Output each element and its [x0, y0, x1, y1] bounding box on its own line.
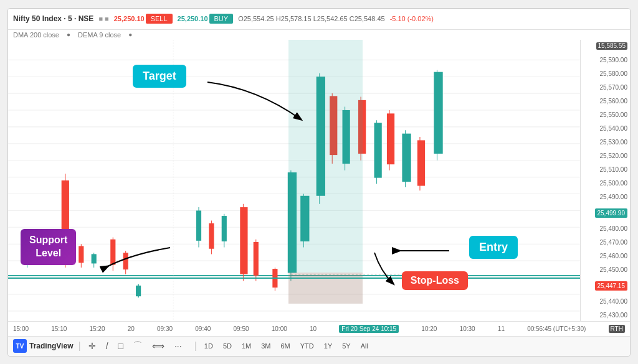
tf-1d[interactable]: 1D: [202, 341, 216, 351]
tf-1y[interactable]: 1Y: [321, 341, 335, 351]
rect-tool[interactable]: □: [116, 340, 126, 352]
price-560: 25,560.00: [583, 98, 627, 105]
time-11: 11: [498, 325, 505, 332]
chart-header: Nifty 50 Index · 5 · NSE ■ ■ 25,250.10 S…: [8, 9, 630, 30]
svg-rect-63: [402, 133, 411, 181]
support-annotation: SupportLevel: [21, 229, 76, 265]
tf-5y[interactable]: 5Y: [340, 341, 353, 351]
svg-rect-35: [196, 210, 201, 240]
sell-price: 25,250.10: [114, 15, 145, 22]
time-0930: 09:30: [157, 325, 173, 332]
stoploss-annotation: Stop-Loss: [402, 271, 468, 290]
price-450: 25,450.00: [583, 267, 627, 273]
price-520: 25,520.00: [583, 153, 627, 159]
price-480: 25,480.00: [583, 226, 627, 232]
price-510: 25,510.00: [583, 167, 627, 173]
time-1520: 15:20: [89, 325, 105, 332]
price-490: 25,490.00: [583, 194, 627, 200]
target-annotation: Target: [133, 65, 186, 88]
svg-rect-24: [79, 246, 83, 263]
tf-1m[interactable]: 1M: [239, 341, 254, 351]
stoploss-arrow: [362, 253, 424, 290]
time-highlight: Fri 20 Sep 24 10:15: [339, 325, 399, 333]
utc-info: 00:56:45 (UTC+5:30): [527, 325, 586, 332]
time-1510: 15:10: [51, 325, 67, 332]
dma200-label: DMA 200 close: [13, 31, 59, 39]
svg-rect-67: [434, 72, 442, 153]
tf-ytd[interactable]: YTD: [298, 341, 317, 351]
support-arrow: [95, 241, 195, 279]
time-axis: 15:00 15:10 15:20 20 09:30 09:40 09:50 1…: [8, 321, 630, 336]
chart-container: Nifty 50 Index · 5 · NSE ■ ■ 25,250.10 S…: [7, 8, 631, 357]
tradingview-logo: TV TradingView: [13, 339, 73, 353]
price-570: 25,570.00: [583, 85, 627, 91]
price-550: 25,550.00: [583, 112, 627, 118]
entry-annotation: Entry: [469, 236, 518, 259]
highlight-zone: [288, 40, 363, 304]
buy-price: 25,250.10: [178, 15, 208, 22]
price-580: 25,580.00: [583, 71, 627, 77]
dema9-label: DEMA 9 close: [78, 31, 121, 39]
support-line: [8, 278, 580, 279]
rtm-badge: RTH: [609, 325, 625, 333]
price-590: 25,590.00: [583, 57, 627, 63]
more-tools[interactable]: ···: [172, 340, 184, 352]
time-1030: 10:30: [460, 325, 475, 332]
tf-3m[interactable]: 3M: [259, 341, 273, 351]
svg-rect-32: [136, 285, 141, 296]
time-0940: 09:40: [195, 325, 211, 332]
time-1020: 10:20: [421, 325, 437, 332]
measure-tool[interactable]: ⟺: [150, 340, 167, 352]
svg-rect-65: [417, 140, 425, 185]
support-label: SupportLevel: [21, 229, 76, 265]
price-460: 25,460.00: [583, 253, 627, 259]
price-axis: 15,585.55 25,590.00 25,580.00 25,570.00 …: [580, 40, 630, 321]
price-440: 25,440.00: [583, 299, 627, 305]
svg-rect-61: [387, 113, 394, 164]
target-label: Target: [133, 65, 186, 88]
tv-icon: TV: [13, 339, 27, 353]
indicator-bar: DMA 200 close ● DEMA 9 close ●: [8, 30, 630, 40]
path-tool[interactable]: ⌒: [131, 339, 145, 353]
svg-rect-59: [374, 123, 382, 177]
price-540: 25,540.00: [583, 126, 627, 132]
chart-body: Target SupportLevel: [8, 40, 630, 321]
tf-6m[interactable]: 6M: [279, 341, 293, 351]
time-20: 20: [128, 325, 135, 332]
price-top-right: 15,585.55: [596, 42, 628, 50]
bottom-bar: TV TradingView | ✛ / □ ⌒ ⟺ ··· | 1D 5D 1…: [8, 336, 630, 356]
target-arrow: [207, 82, 332, 132]
tv-brand: TradingView: [29, 342, 73, 350]
svg-rect-43: [254, 242, 259, 276]
price-430: 25,430.00: [583, 312, 627, 319]
time-1000: 10:00: [272, 325, 287, 332]
svg-rect-39: [222, 216, 227, 241]
price-500: 25,500.00: [583, 180, 627, 187]
price-470: 25,470.00: [583, 240, 627, 246]
tf-all[interactable]: All: [358, 341, 371, 351]
cursor-tool[interactable]: ✛: [86, 340, 98, 352]
price-530: 25,530.00: [583, 139, 627, 146]
chart-title: Nifty 50 Index · 5 · NSE: [13, 14, 93, 23]
time-1500: 15:00: [13, 325, 29, 332]
time-10: 10: [310, 325, 317, 332]
line-tool[interactable]: /: [103, 340, 111, 352]
time-0950: 09:50: [234, 325, 249, 332]
price-badge-red: 25,447.15: [595, 281, 628, 291]
candle-area[interactable]: Target SupportLevel: [8, 40, 580, 321]
price-change: -5.10 (-0.02%): [390, 15, 434, 22]
svg-rect-41: [240, 207, 247, 274]
sell-button[interactable]: SELL: [146, 14, 173, 24]
buy-button[interactable]: BUY: [209, 14, 234, 24]
ohlc-info: O25,554.25 H25,578.15 L25,542.65 C25,548…: [238, 15, 384, 22]
price-badge-green: 25,499.90: [595, 208, 628, 218]
svg-rect-37: [209, 223, 214, 248]
tf-5d[interactable]: 5D: [221, 341, 234, 351]
entry-label: Entry: [469, 236, 518, 259]
